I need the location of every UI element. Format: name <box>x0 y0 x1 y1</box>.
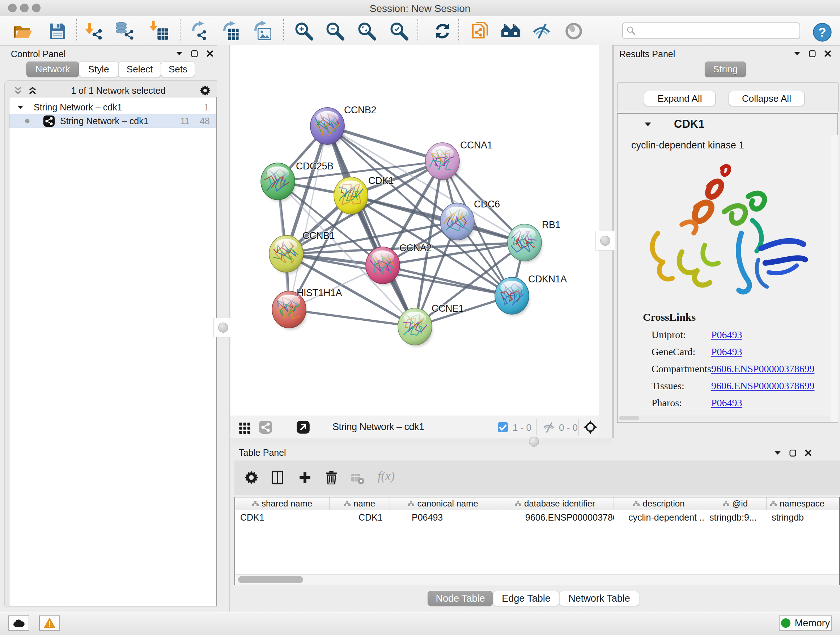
column-header[interactable]: database identifier <box>496 497 614 510</box>
zoom-fit-button[interactable] <box>355 20 378 42</box>
column-header[interactable]: shared name <box>235 497 330 510</box>
show-columns-button[interactable] <box>271 470 284 485</box>
create-column-button[interactable] <box>299 471 311 484</box>
help-button[interactable] <box>811 21 834 43</box>
network-edge-count: 48 <box>200 116 210 126</box>
search-icon <box>627 26 636 35</box>
fit-selection-crosshair-button[interactable] <box>584 420 597 434</box>
network-overview-button[interactable] <box>259 420 272 434</box>
network-node-CDK1[interactable] <box>334 177 368 215</box>
table-hscrollbar-thumb[interactable] <box>238 576 303 583</box>
tab-network-table[interactable]: Network Table <box>559 591 639 606</box>
memory-button[interactable]: Memory <box>779 616 832 631</box>
zoom-out-button[interactable] <box>324 20 346 42</box>
tab-string-results[interactable]: String <box>705 62 746 77</box>
search-input[interactable] <box>636 25 789 36</box>
crosslink-tissues[interactable]: 9606.ENSP00000378699 <box>711 380 814 392</box>
collection-name: String Network – cdk1 <box>34 102 122 112</box>
collapse-all-button[interactable]: Collapse All <box>729 91 805 106</box>
import-table-button[interactable] <box>147 20 170 42</box>
right-splitter-handle[interactable] <box>595 231 615 250</box>
network-node-RB1[interactable] <box>508 224 542 263</box>
network-canvas[interactable]: CCNB2CCNA1CDC25BCDK1CDC6RB1CCNB1CCNA2CDK… <box>231 45 599 416</box>
new-network-from-selection-button[interactable] <box>469 20 491 42</box>
network-node-CCNE1[interactable] <box>398 308 432 347</box>
network-node-CCNA1[interactable] <box>425 143 460 181</box>
network-current-dot-icon <box>25 119 30 124</box>
import-network-database-button[interactable] <box>113 20 136 42</box>
panel-menu-caret-icon[interactable] <box>176 51 183 56</box>
show-all-button[interactable] <box>562 20 585 42</box>
panel-float-icon[interactable] <box>808 50 816 57</box>
import-network-file-button[interactable] <box>82 20 104 42</box>
column-header[interactable]: name <box>330 497 390 510</box>
tab-network[interactable]: Network <box>27 62 79 77</box>
panel-float-icon[interactable] <box>789 449 797 457</box>
crosslink-pharos[interactable]: P06493 <box>711 397 742 409</box>
function-builder-button[interactable]: f(x) <box>378 469 395 483</box>
crosslink-genecard[interactable]: P06493 <box>711 346 742 358</box>
expand-all-networks-icon[interactable] <box>14 86 22 95</box>
network-row-selected[interactable]: String Network – cdk1 11 48 <box>9 114 216 128</box>
crosslink-uniprot[interactable]: P06493 <box>711 329 742 340</box>
table-row[interactable]: CDK1 CDK1 P06493 9606.ENSP00000378699 cy… <box>235 510 839 524</box>
results-hscrollbar[interactable] <box>619 415 831 421</box>
collection-caret-icon[interactable] <box>17 105 24 109</box>
network-node-CCNB1[interactable] <box>269 235 303 274</box>
panel-float-icon[interactable] <box>191 50 198 57</box>
left-splitter-handle[interactable] <box>213 318 233 337</box>
table-hscrollbar[interactable] <box>235 574 839 585</box>
collapse-all-networks-icon[interactable] <box>28 86 37 95</box>
delete-column-button[interactable] <box>325 470 337 485</box>
column-header[interactable]: description <box>614 497 704 510</box>
column-header[interactable]: @id <box>704 497 767 510</box>
panel-close-icon[interactable] <box>805 449 812 456</box>
hide-selection-button[interactable] <box>531 20 553 42</box>
node-label-CCNB1: CCNB1 <box>302 230 335 241</box>
tab-sets[interactable]: Sets <box>161 62 195 77</box>
network-node-CDKN1A[interactable] <box>495 277 529 316</box>
tab-style[interactable]: Style <box>79 62 118 77</box>
panel-close-icon[interactable] <box>824 50 831 57</box>
apply-layout-button[interactable] <box>431 20 454 42</box>
results-entry-header[interactable]: CDK1 <box>617 114 837 135</box>
entry-gene-name: CDK1 <box>674 118 704 131</box>
tab-select[interactable]: Select <box>118 62 161 77</box>
cloud-status-button[interactable] <box>8 616 29 631</box>
panel-menu-caret-icon[interactable] <box>794 51 801 56</box>
first-neighbors-button[interactable] <box>500 20 522 42</box>
network-node-count: 11 <box>180 116 189 126</box>
network-node-CDC25B[interactable] <box>261 163 295 201</box>
selected-checkbox-icon[interactable] <box>497 422 508 432</box>
crosslink-compartments[interactable]: 9606.ENSP00000378699 <box>711 363 814 375</box>
column-header[interactable]: canonical name <box>390 497 496 510</box>
save-session-button[interactable] <box>46 20 69 42</box>
export-network-button[interactable] <box>188 20 210 42</box>
expand-all-button[interactable]: Expand All <box>644 91 715 106</box>
panel-close-icon[interactable] <box>206 50 213 57</box>
birdseye-view-button[interactable] <box>238 421 251 434</box>
table-options-gear-button[interactable] <box>245 470 258 485</box>
toolbar-separator <box>283 19 284 42</box>
tab-edge-table[interactable]: Edge Table <box>493 591 559 606</box>
panel-menu-caret-icon[interactable] <box>774 451 781 455</box>
results-scrollbar[interactable] <box>831 135 838 423</box>
hidden-eye-icon[interactable] <box>542 421 556 434</box>
network-options-gear-icon[interactable] <box>200 85 210 96</box>
detach-view-button[interactable] <box>296 420 310 434</box>
export-image-button[interactable] <box>251 20 273 42</box>
network-collection-row[interactable]: String Network – cdk1 1 <box>9 100 216 114</box>
delete-table-button[interactable] <box>351 473 365 485</box>
memory-status-dot <box>781 618 790 628</box>
node-label-RB1: RB1 <box>542 219 561 230</box>
horizontal-splitter[interactable] <box>231 438 613 445</box>
open-session-button[interactable] <box>11 20 34 42</box>
warnings-button[interactable] <box>39 616 60 631</box>
entry-caret-icon[interactable] <box>644 122 652 127</box>
column-header[interactable]: namespace <box>767 497 839 510</box>
zoom-selected-button[interactable] <box>388 20 410 42</box>
network-view-toolbar: String Network – cdk1 1 - 0 0 - 0 <box>231 416 599 439</box>
zoom-in-button[interactable] <box>293 20 315 42</box>
tab-node-table[interactable]: Node Table <box>428 591 493 606</box>
export-table-button[interactable] <box>219 20 242 42</box>
